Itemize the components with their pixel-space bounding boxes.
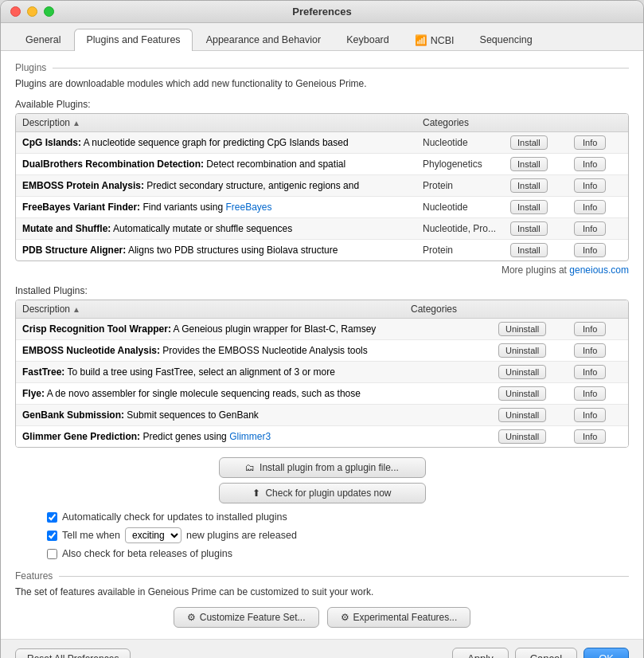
tell-when-select[interactable]: exciting all — [125, 527, 181, 543]
available-table-header: Description ▲ Categories — [16, 114, 628, 132]
freebayes-link[interactable]: FreeBayes — [225, 202, 271, 213]
uninstall-button[interactable]: Uninstall — [498, 386, 546, 401]
install-from-file-button[interactable]: 🗂 Install plugin from a gplugin file... — [219, 457, 426, 478]
info-button[interactable]: Info — [574, 408, 606, 422]
info-button[interactable]: Info — [574, 343, 606, 358]
features-description: The set of features available in Geneiou… — [15, 586, 629, 597]
row-desc: DualBrothers Recombination Detection: De… — [22, 159, 423, 170]
install-button[interactable]: Install — [510, 135, 548, 150]
wifi-icon: 📶 — [415, 34, 427, 46]
plugin-action-buttons: 🗂 Install plugin from a gplugin file... … — [15, 457, 629, 503]
row-desc: GenBank Submission: Submit sequences to … — [22, 409, 411, 421]
minimize-button[interactable] — [27, 6, 37, 17]
title-bar: Preferences — [1, 1, 643, 23]
info-button[interactable]: Info — [574, 157, 606, 171]
tab-sequencing[interactable]: Sequencing — [468, 29, 544, 51]
tab-general[interactable]: General — [14, 29, 72, 51]
install-button[interactable]: Install — [510, 243, 548, 257]
upload-icon: ⬆ — [252, 488, 260, 499]
window-controls — [10, 6, 54, 17]
geneious-link[interactable]: geneious.com — [569, 264, 629, 276]
beta-row: Also check for beta releases of plugins — [47, 548, 629, 559]
info-button[interactable]: Info — [574, 200, 606, 214]
info-button[interactable]: Info — [574, 365, 606, 379]
row-actions: Install — [510, 200, 574, 214]
reset-all-button[interactable]: Reset All Preferences — [15, 648, 131, 659]
tell-when-label-before: Tell me when — [62, 530, 120, 541]
row-category: Nucleotide, Pro... — [423, 223, 510, 234]
tab-keyboard[interactable]: Keyboard — [334, 29, 401, 51]
desc-col-header: Description ▲ — [22, 117, 423, 128]
row-actions: Uninstall — [498, 408, 574, 422]
beta-checkbox[interactable] — [47, 549, 57, 559]
table-row: Mutate and Shuffle: Automatically mutate… — [16, 218, 628, 240]
row-actions: Uninstall — [498, 343, 574, 358]
row-category: Nucleotide — [423, 137, 510, 148]
features-title: Features — [15, 570, 53, 582]
tab-plugins[interactable]: Plugins and Features — [74, 29, 192, 51]
features-section-header: Features — [15, 570, 629, 582]
row-desc: Crisp Recognition Tool Wrapper: A Geneio… — [22, 323, 411, 335]
table-row: Flye: A de novo assembler for single mol… — [16, 383, 628, 405]
tab-ncbi[interactable]: 📶 NCBI — [403, 29, 466, 51]
tell-when-label-after: new plugins are released — [186, 530, 297, 541]
sort-arrow-icon: ▲ — [72, 305, 80, 314]
table-row: PDB Structure Aligner: Aligns two PDB st… — [16, 240, 628, 260]
row-actions: Install — [510, 243, 574, 257]
ok-button[interactable]: OK — [584, 648, 629, 658]
table-row: DualBrothers Recombination Detection: De… — [16, 154, 628, 175]
action-col-header — [510, 117, 574, 128]
info-col-header — [574, 117, 622, 128]
auto-check-checkbox[interactable] — [47, 512, 57, 523]
install-button[interactable]: Install — [510, 221, 548, 236]
cat-col-header: Categories — [411, 304, 498, 315]
uninstall-button[interactable]: Uninstall — [498, 322, 546, 336]
preferences-window: Preferences General Plugins and Features… — [0, 0, 644, 658]
apply-button[interactable]: Apply — [452, 648, 509, 658]
install-button[interactable]: Install — [510, 157, 548, 171]
info-button[interactable]: Info — [574, 178, 606, 193]
table-row: EMBOSS Nucleotide Analysis: Provides the… — [16, 340, 628, 362]
row-desc: PDB Structure Aligner: Aligns two PDB st… — [22, 245, 423, 256]
installed-label: Installed Plugins: — [15, 285, 629, 296]
row-actions: Install — [510, 135, 574, 150]
cancel-button[interactable]: Cancel — [515, 648, 577, 658]
install-button[interactable]: Install — [510, 178, 548, 193]
row-category: Protein — [423, 180, 510, 191]
plugins-section-header: Plugins — [15, 62, 629, 73]
row-desc: Glimmer Gene Prediction: Predict genes u… — [22, 431, 411, 442]
info-button[interactable]: Info — [574, 135, 606, 150]
uninstall-button[interactable]: Uninstall — [498, 429, 546, 444]
plugins-divider — [53, 68, 629, 69]
main-content: Plugins Plugins are downloadable modules… — [1, 51, 643, 639]
glimmer-link[interactable]: Glimmer3 — [229, 431, 271, 442]
row-actions: Uninstall — [498, 322, 574, 336]
customize-feature-button[interactable]: ⚙ Customize Feature Set... — [174, 607, 319, 628]
row-desc: FreeBayes Variant Finder: Find variants … — [22, 202, 423, 213]
tab-appearance[interactable]: Appearance and Behavior — [194, 29, 334, 51]
info-col-header — [574, 304, 622, 315]
close-button[interactable] — [10, 6, 21, 17]
check-updates-button[interactable]: ⬆ Check for plugin updates now — [219, 483, 426, 503]
table-row: Crisp Recognition Tool Wrapper: A Geneio… — [16, 319, 628, 340]
maximize-button[interactable] — [44, 6, 54, 17]
info-button[interactable]: Info — [574, 386, 606, 401]
info-button[interactable]: Info — [574, 429, 606, 444]
uninstall-button[interactable]: Uninstall — [498, 408, 546, 422]
uninstall-button[interactable]: Uninstall — [498, 365, 546, 379]
row-actions: Uninstall — [498, 365, 574, 379]
info-button[interactable]: Info — [574, 243, 606, 257]
info-button[interactable]: Info — [574, 221, 606, 236]
cat-col-header: Categories — [423, 117, 510, 128]
installed-table-header: Description ▲ Categories — [16, 300, 628, 319]
desc-col-header: Description ▲ — [22, 304, 411, 315]
info-button[interactable]: Info — [574, 322, 606, 336]
table-row: FreeBayes Variant Finder: Find variants … — [16, 197, 628, 218]
experimental-features-button[interactable]: ⚙ Experimental Features... — [327, 607, 471, 628]
uninstall-button[interactable]: Uninstall — [498, 343, 546, 358]
tell-when-checkbox[interactable] — [47, 531, 57, 541]
row-desc: FastTree: To build a tree using FastTree… — [22, 366, 411, 378]
row-desc: CpG Islands: A nucleotide sequence graph… — [22, 137, 423, 148]
install-button[interactable]: Install — [510, 200, 548, 214]
row-actions: Install — [510, 178, 574, 193]
